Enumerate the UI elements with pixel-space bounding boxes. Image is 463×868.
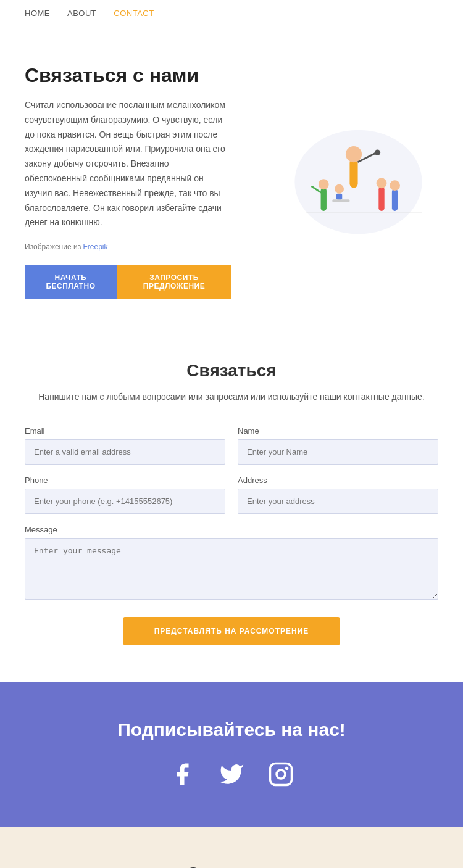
email-group: Email — [25, 426, 225, 465]
svg-point-12 — [376, 178, 386, 188]
hero-text-block: Связаться с нами Считал использование по… — [25, 64, 231, 299]
social-icons — [25, 759, 438, 790]
contact-form-subtitle: Напишите нам с любыми вопросами или запр… — [25, 392, 438, 402]
nav-contact[interactable]: CONTACT — [114, 9, 154, 18]
address-group: Address — [238, 476, 438, 514]
svg-point-18 — [285, 767, 288, 770]
phone-input[interactable] — [25, 489, 225, 514]
instagram-icon[interactable] — [265, 759, 296, 790]
email-label: Email — [25, 426, 225, 436]
svg-point-6 — [318, 179, 328, 189]
email-input[interactable] — [25, 439, 225, 465]
svg-point-17 — [277, 770, 285, 779]
facebook-icon[interactable] — [167, 759, 198, 790]
svg-point-2 — [345, 146, 361, 162]
message-label: Message — [25, 525, 438, 534]
navigation: HOME ABOUT CONTACT — [0, 0, 463, 27]
phone-address-row: Phone Address — [25, 476, 438, 514]
svg-point-0 — [294, 130, 422, 234]
nav-home[interactable]: HOME — [25, 9, 50, 18]
hero-buttons: НАЧАТЬ БЕСПЛАТНО ЗАПРОСИТЬ ПРЕДЛОЖЕНИЕ — [25, 265, 231, 299]
social-section: Подписывайтесь на нас! — [0, 682, 463, 827]
name-input[interactable] — [238, 439, 438, 465]
svg-rect-13 — [391, 189, 397, 211]
address-label: Address — [238, 476, 438, 485]
social-title: Подписывайтесь на нас! — [25, 719, 438, 740]
contact-form-section: Связаться Напишите нам с любыми вопросам… — [0, 324, 463, 682]
hero-image — [231, 120, 438, 244]
request-offer-button[interactable]: ЗАПРОСИТЬ ПРЕДЛОЖЕНИЕ — [117, 265, 231, 299]
svg-rect-8 — [332, 199, 349, 202]
nav-about[interactable]: ABOUT — [67, 9, 96, 18]
hero-section: Связаться с нами Считал использование по… — [0, 27, 463, 324]
svg-point-10 — [335, 184, 344, 193]
hero-title: Связаться с нами — [25, 64, 231, 87]
footer-contact-title: Связаться — [25, 864, 438, 868]
svg-rect-16 — [270, 764, 292, 785]
submit-wrapper: ПРЕДСТАВЛЯТЬ НА РАССМОТРЕНИЕ — [25, 617, 438, 645]
message-group: Message — [25, 525, 438, 600]
svg-rect-11 — [378, 186, 384, 210]
name-label: Name — [238, 426, 438, 436]
twitter-icon[interactable] — [216, 759, 247, 790]
email-name-row: Email Name — [25, 426, 438, 465]
svg-point-4 — [374, 149, 380, 155]
footer-contact-section: Связаться Duis aute irure dolor in repre… — [0, 827, 463, 868]
svg-rect-1 — [349, 159, 357, 188]
hero-image-credit: Изображение из Freepik — [25, 242, 231, 251]
svg-point-14 — [390, 180, 400, 191]
hero-body: Считал использование посланным меланхоли… — [25, 98, 231, 230]
contact-form-title: Связаться — [25, 361, 438, 381]
freepik-link[interactable]: Freepik — [83, 242, 107, 251]
address-input[interactable] — [238, 489, 438, 514]
svg-rect-5 — [320, 188, 326, 211]
message-textarea[interactable] — [25, 538, 438, 600]
name-group: Name — [238, 426, 438, 465]
submit-button[interactable]: ПРЕДСТАВЛЯТЬ НА РАССМОТРЕНИЕ — [123, 617, 340, 645]
phone-group: Phone — [25, 476, 225, 514]
svg-rect-9 — [336, 193, 341, 199]
phone-label: Phone — [25, 476, 225, 485]
start-free-button[interactable]: НАЧАТЬ БЕСПЛАТНО — [25, 265, 117, 299]
